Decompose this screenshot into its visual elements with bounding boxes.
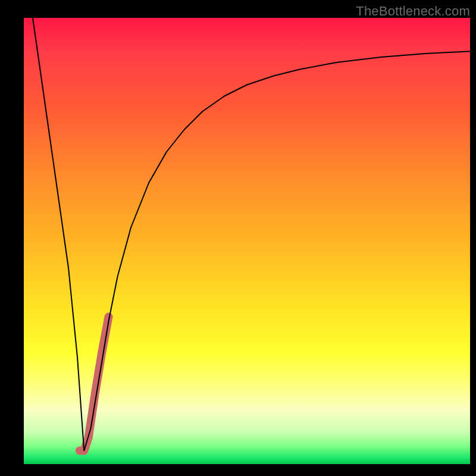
highlight-path [80, 317, 109, 451]
plot-area [24, 18, 470, 464]
chart-frame: TheBottleneck.com [0, 0, 476, 476]
vcurve-path [33, 18, 470, 451]
curve-svg [24, 18, 470, 464]
watermark-text: TheBottleneck.com [356, 4, 470, 19]
